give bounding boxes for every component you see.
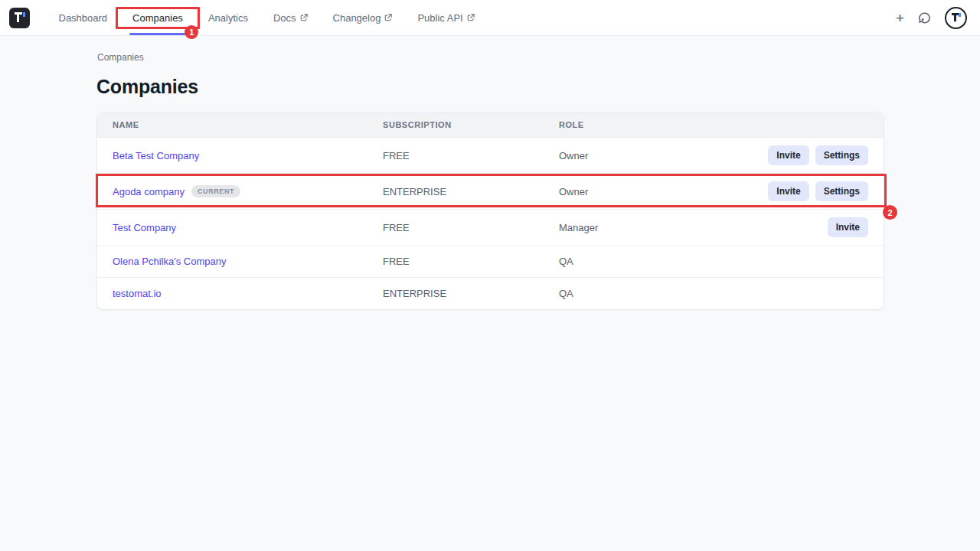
- annotation-step-badge-2: 2: [883, 205, 897, 220]
- page-content: Companies Companies NAME SUBSCRIPTION RO…: [0, 36, 980, 551]
- nav-item-changelog[interactable]: Changelog: [320, 0, 405, 36]
- table-row: testomat.io ENTERPRISE QA: [97, 277, 884, 309]
- role-cell: Owner: [559, 150, 768, 161]
- subscription-cell: ENTERPRISE: [383, 288, 559, 299]
- table-row: Olena Pchilka's Company FREE QA: [97, 245, 884, 277]
- invite-button[interactable]: Invite: [768, 145, 808, 165]
- table-row: Test Company FREE Manager Invite: [97, 209, 884, 245]
- nav-item-dashboard[interactable]: Dashboard: [46, 0, 120, 36]
- nav-item-companies[interactable]: Companies 1: [120, 0, 196, 36]
- company-link[interactable]: Agoda company: [113, 186, 185, 197]
- active-tab-indicator: [129, 33, 188, 35]
- subscription-cell: ENTERPRISE: [383, 186, 559, 197]
- column-header-name: NAME: [113, 120, 383, 129]
- companies-table: NAME SUBSCRIPTION ROLE Beta Test Company…: [96, 112, 884, 310]
- column-header-subscription: SUBSCRIPTION: [383, 120, 559, 129]
- external-link-icon: [467, 14, 475, 21]
- subscription-cell: FREE: [383, 222, 559, 233]
- settings-button[interactable]: Settings: [815, 145, 868, 165]
- nav-label: Changelog: [333, 12, 381, 24]
- testomat-logo-icon: [951, 13, 961, 22]
- nav-label: Analytics: [208, 12, 248, 24]
- nav-label: Companies: [132, 12, 183, 24]
- support-icon[interactable]: [917, 11, 932, 25]
- column-header-role: ROLE: [559, 120, 868, 129]
- nav-label: Dashboard: [59, 12, 108, 24]
- table-row: Beta Test Company FREE Owner Invite Sett…: [97, 137, 884, 173]
- settings-button[interactable]: Settings: [815, 181, 868, 201]
- subscription-cell: FREE: [383, 256, 559, 267]
- role-cell: QA: [559, 288, 868, 299]
- top-navbar: Dashboard Companies 1 Analytics Docs Cha…: [0, 0, 980, 36]
- user-avatar[interactable]: [945, 7, 967, 29]
- nav-item-docs[interactable]: Docs: [260, 0, 320, 36]
- role-cell: Owner: [559, 186, 768, 197]
- subscription-cell: FREE: [383, 150, 559, 161]
- page-title: Companies: [96, 77, 198, 97]
- table-row-current: Agoda company CURRENT ENTERPRISE Owner I…: [97, 173, 884, 209]
- company-link[interactable]: Test Company: [113, 222, 176, 233]
- breadcrumb: Companies: [97, 52, 144, 63]
- company-link[interactable]: Beta Test Company: [113, 150, 199, 161]
- navbar-right-actions: +: [896, 7, 971, 29]
- invite-button[interactable]: Invite: [828, 217, 868, 236]
- company-link[interactable]: Olena Pchilka's Company: [113, 256, 226, 267]
- invite-button[interactable]: Invite: [768, 181, 808, 201]
- external-link-icon: [300, 14, 308, 21]
- testomat-logo-icon: [14, 12, 26, 23]
- nav-item-public-api[interactable]: Public API: [405, 0, 487, 36]
- role-cell: QA: [559, 256, 868, 267]
- app-logo[interactable]: [9, 8, 30, 28]
- nav-label: Docs: [273, 12, 296, 24]
- add-icon[interactable]: +: [896, 11, 904, 25]
- nav-item-analytics[interactable]: Analytics: [195, 0, 260, 36]
- external-link-icon: [384, 14, 392, 21]
- main-nav: Dashboard Companies 1 Analytics Docs Cha…: [46, 0, 487, 36]
- current-badge: CURRENT: [191, 185, 240, 197]
- role-cell: Manager: [559, 222, 828, 233]
- table-header-row: NAME SUBSCRIPTION ROLE: [97, 112, 884, 137]
- nav-label: Public API: [417, 12, 462, 24]
- company-link[interactable]: testomat.io: [113, 288, 162, 299]
